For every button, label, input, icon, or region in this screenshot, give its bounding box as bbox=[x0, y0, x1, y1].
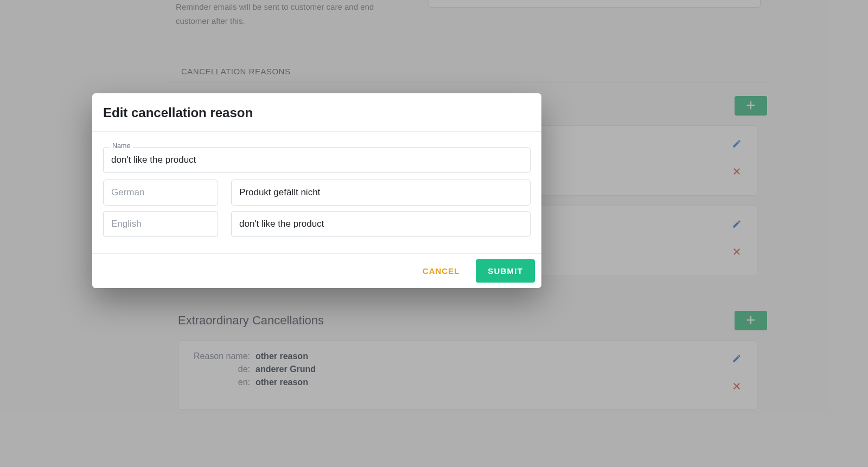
name-field-label: Name bbox=[110, 142, 133, 150]
edit-cancellation-reason-dialog: Edit cancellation reason Name CANCEL SUB… bbox=[92, 93, 541, 288]
submit-button[interactable]: SUBMIT bbox=[476, 259, 535, 283]
lang-label-input-german[interactable] bbox=[103, 180, 218, 206]
lang-value-input-german[interactable] bbox=[231, 180, 531, 206]
lang-label-input-english[interactable] bbox=[103, 211, 218, 237]
cancel-button[interactable]: CANCEL bbox=[415, 260, 468, 282]
name-input[interactable] bbox=[103, 147, 531, 173]
lang-value-input-english[interactable] bbox=[231, 211, 531, 237]
dialog-title: Edit cancellation reason bbox=[103, 105, 531, 120]
